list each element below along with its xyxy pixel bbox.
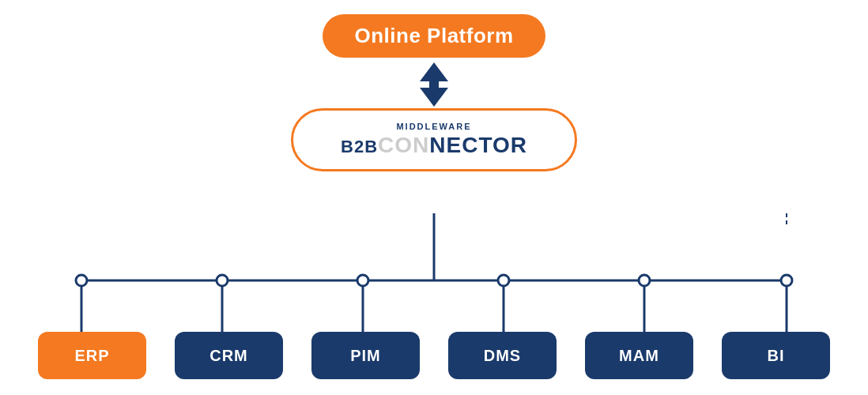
erp-label: ERP (74, 347, 109, 365)
arrow-connector (413, 61, 455, 108)
crm-label: CRM (209, 347, 248, 365)
dms-box: DMS (448, 332, 557, 379)
svg-point-6 (217, 275, 228, 286)
pim-label: PIM (350, 347, 381, 365)
svg-point-14 (781, 275, 792, 286)
svg-point-10 (498, 275, 509, 286)
online-platform-label: Online Platform (354, 24, 513, 48)
mam-label: MAM (619, 347, 659, 365)
svg-marker-0 (420, 62, 448, 107)
dms-label: DMS (484, 347, 521, 365)
pim-box: PIM (311, 332, 420, 379)
bi-box: BI (722, 332, 830, 379)
b2b-connector-logo: B2B CON NECTOR (341, 133, 527, 158)
erp-box: ERP (38, 332, 146, 379)
connector-con: CON (378, 133, 429, 158)
bi-label: BI (768, 347, 785, 365)
online-platform-box: Online Platform (323, 14, 545, 58)
svg-point-8 (357, 275, 368, 286)
b2b-text: B2B (341, 137, 378, 157)
double-arrow-icon (413, 61, 455, 108)
svg-point-12 (639, 275, 650, 286)
system-boxes: ERP CRM PIM DMS MAM BI (0, 332, 868, 379)
middleware-label: MIDDLEWARE (396, 122, 471, 131)
svg-point-4 (76, 275, 87, 286)
mam-box: MAM (585, 332, 693, 379)
diagram: Online Platform MIDDLEWARE B2B CON NECTO… (0, 0, 868, 395)
middleware-box: MIDDLEWARE B2B CON NECTOR (291, 108, 577, 171)
connector-nector: NECTOR (429, 133, 527, 158)
bottom-section: ADAPTER ERP CRM PIM DMS MAM BI (0, 213, 868, 395)
crm-box: CRM (175, 332, 283, 379)
